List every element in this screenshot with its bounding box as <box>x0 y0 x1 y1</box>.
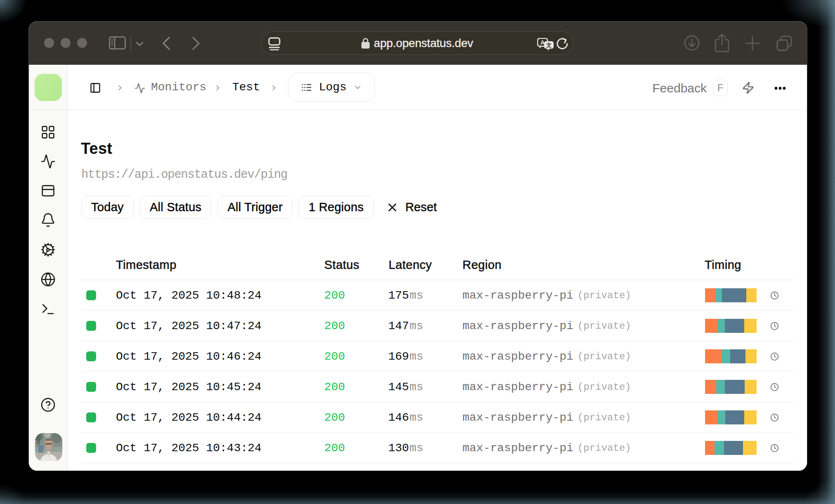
svg-text:文: 文 <box>546 42 552 48</box>
svg-text:A: A <box>540 39 545 46</box>
